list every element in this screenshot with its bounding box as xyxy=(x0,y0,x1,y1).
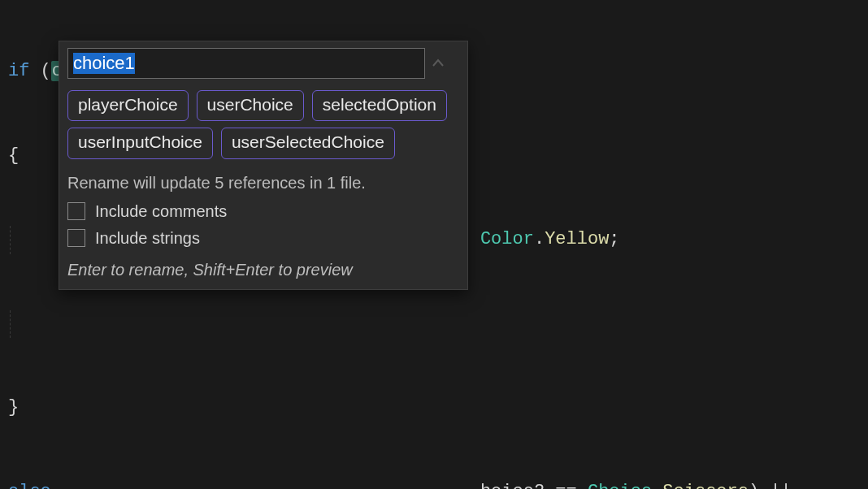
code-line: } xyxy=(8,394,792,422)
rename-popup: playerChoice userChoice selectedOption u… xyxy=(59,41,468,290)
chevron-up-icon[interactable] xyxy=(432,55,445,70)
rename-input[interactable] xyxy=(67,48,425,79)
include-strings-row[interactable]: Include strings xyxy=(67,229,459,248)
checkbox[interactable] xyxy=(67,229,85,247)
suggestion-chip[interactable]: userChoice xyxy=(197,90,304,121)
checkbox[interactable] xyxy=(67,202,85,220)
suggestion-chip[interactable]: playerChoice xyxy=(67,90,189,121)
checkbox-label: Include comments xyxy=(95,202,227,221)
checkbox-label: Include strings xyxy=(95,229,200,248)
include-comments-row[interactable]: Include comments xyxy=(67,202,459,221)
suggestion-chip[interactable]: userSelectedChoice xyxy=(221,128,395,158)
rename-suggestions: playerChoice userChoice selectedOption u… xyxy=(67,90,459,159)
rename-hint: Enter to rename, Shift+Enter to preview xyxy=(67,261,459,279)
code-line: else hoice2 == Choice.Scissors) || xyxy=(8,478,792,489)
suggestion-chip[interactable]: selectedOption xyxy=(312,90,447,121)
code-line xyxy=(8,310,792,339)
rename-status: Rename will update 5 references in 1 fil… xyxy=(67,174,459,193)
suggestion-chip[interactable]: userInputChoice xyxy=(67,128,213,158)
rename-input-row xyxy=(67,48,459,79)
keyword-if: if xyxy=(8,61,29,81)
